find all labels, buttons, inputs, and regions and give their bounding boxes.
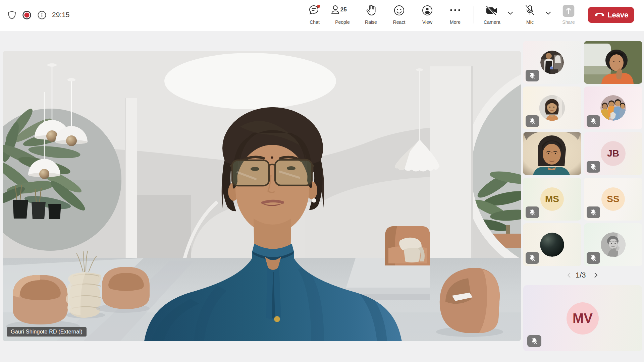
svg-text:25: 25 [340,6,347,13]
